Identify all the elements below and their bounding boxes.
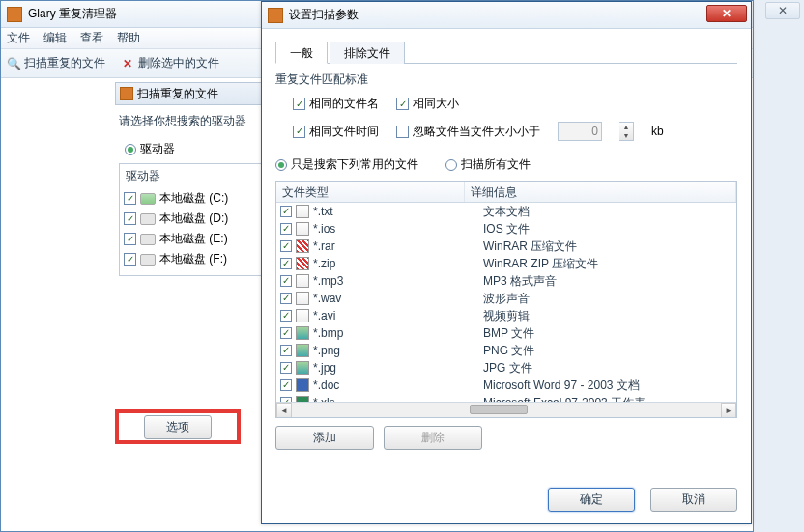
panel-title: 扫描重复的文件 — [137, 86, 218, 102]
horizontal-scrollbar[interactable]: ◄ ► — [276, 402, 736, 417]
chk-ignore-size[interactable]: 忽略文件当文件大小小于 — [396, 124, 540, 140]
cell-ext: *.doc — [313, 378, 479, 392]
background-close-button[interactable]: ✕ — [765, 2, 800, 19]
drive-item[interactable]: 本地磁盘 (F:) — [124, 249, 259, 269]
criteria-row-1: 相同的文件名 相同大小 — [275, 94, 737, 120]
checkbox-icon — [396, 126, 409, 138]
checkbox-icon — [280, 275, 292, 287]
cell-detail: PNG 文件 — [483, 343, 732, 359]
drive-item[interactable]: 本地磁盘 (D:) — [124, 209, 259, 229]
checkbox-icon — [280, 362, 292, 374]
search-icon: 🔍 — [7, 57, 20, 70]
criteria-row-2: 相同文件时间 忽略文件当文件大小小于 ▲▼ kb — [275, 120, 737, 149]
dialog-footer: 确定 取消 — [548, 488, 737, 512]
col-type[interactable]: 文件类型 — [276, 182, 465, 202]
cell-detail: MP3 格式声音 — [483, 273, 732, 290]
checkbox-icon — [280, 379, 292, 391]
menu-view[interactable]: 查看 — [80, 30, 103, 46]
tab-general[interactable]: 一般 — [275, 42, 328, 64]
table-row[interactable]: *.bmpBMP 文件 — [276, 324, 736, 342]
radio-common-files[interactable]: 只是搜索下列常用的文件 — [275, 156, 418, 173]
ignore-size-spinner[interactable]: ▲▼ — [619, 122, 634, 141]
table-row[interactable]: *.iosIOS 文件 — [276, 220, 736, 238]
drive-list: 本地磁盘 (C:)本地磁盘 (D:)本地磁盘 (E:)本地磁盘 (F:) — [120, 188, 263, 275]
drive-item[interactable]: 本地磁盘 (E:) — [124, 229, 259, 249]
menu-help[interactable]: 帮助 — [117, 30, 140, 46]
delete-button[interactable]: 删除 — [384, 426, 482, 450]
add-button[interactable]: 添加 — [275, 426, 374, 450]
cell-detail: IOS 文件 — [483, 221, 732, 238]
table-header: 文件类型 详细信息 — [276, 182, 736, 203]
cell-ext: *.bmp — [313, 326, 479, 340]
file-icon — [296, 361, 309, 375]
tab-exclude[interactable]: 排除文件 — [330, 42, 405, 64]
radio-all-files[interactable]: 扫描所有文件 — [445, 156, 531, 173]
cell-ext: *.zip — [313, 257, 479, 270]
scroll-left-icon[interactable]: ◄ — [276, 403, 292, 418]
kb-label: kb — [651, 125, 664, 138]
drive-icon — [140, 254, 156, 266]
menu-file[interactable]: 文件 — [7, 30, 30, 46]
table-row[interactable]: *.txt文本文档 — [276, 203, 736, 220]
drive-label: 本地磁盘 (F:) — [159, 251, 227, 267]
cell-ext: *.rar — [313, 239, 479, 253]
menu-edit[interactable]: 编辑 — [43, 30, 67, 46]
radio-icon — [125, 144, 136, 155]
dialog-title: 设置扫描参数 — [289, 7, 359, 23]
file-icon — [296, 239, 309, 253]
ok-button[interactable]: 确定 — [548, 488, 635, 512]
table-row[interactable]: *.docMicrosoft Word 97 - 2003 文档 — [276, 377, 736, 394]
cell-detail: 文本文档 — [483, 204, 732, 220]
chk-same-name[interactable]: 相同的文件名 — [293, 96, 379, 112]
table-row[interactable]: *.xlsMicrosoft Excel 97-2003 工作表 — [276, 394, 736, 402]
drive-item[interactable]: 本地磁盘 (C:) — [124, 188, 259, 209]
dialog-close-button[interactable]: ✕ — [706, 5, 747, 22]
cell-detail: WinRAR ZIP 压缩文件 — [483, 256, 732, 272]
cancel-button[interactable]: 取消 — [650, 488, 737, 512]
table-row[interactable]: *.mp3MP3 格式声音 — [276, 272, 736, 290]
checkbox-icon — [280, 206, 292, 217]
checkbox-icon — [280, 293, 292, 304]
checkbox-icon — [280, 223, 292, 235]
table-row[interactable]: *.jpgJPG 文件 — [276, 359, 736, 377]
cell-ext: *.jpg — [313, 361, 479, 375]
scroll-right-icon[interactable]: ► — [721, 403, 736, 418]
ignore-size-input[interactable] — [558, 122, 602, 141]
toolbar-delete[interactable]: ✕ 删除选中的文件 — [121, 55, 219, 71]
toolbar-scan[interactable]: 🔍 扫描重复的文件 — [7, 55, 105, 71]
scan-scope-row: 只是搜索下列常用的文件 扫描所有文件 — [275, 149, 737, 181]
radio-drive[interactable]: 驱动器 — [115, 137, 270, 161]
drive-label: 本地磁盘 (E:) — [159, 231, 228, 247]
toolbar-delete-label: 删除选中的文件 — [138, 55, 219, 71]
table-row[interactable]: *.avi视频剪辑 — [276, 307, 736, 324]
file-icon — [296, 205, 309, 218]
checkbox-icon — [280, 327, 292, 339]
drive-header: 驱动器 — [120, 164, 263, 188]
cell-detail: Microsoft Excel 97-2003 工作表 — [483, 395, 732, 403]
chk-same-size[interactable]: 相同大小 — [396, 96, 459, 112]
dialog-body: 一般 排除文件 重复文件匹配标准 相同的文件名 相同大小 相同文件时间 忽略文件… — [275, 41, 737, 475]
col-detail[interactable]: 详细信息 — [465, 182, 736, 202]
options-button[interactable]: 选项 — [144, 415, 212, 439]
cell-detail: WinRAR 压缩文件 — [483, 238, 732, 255]
drive-icon — [140, 213, 156, 225]
table-row[interactable]: *.rarWinRAR 压缩文件 — [276, 238, 736, 255]
panel-header: 扫描重复的文件 — [115, 82, 270, 105]
scroll-thumb[interactable] — [470, 405, 528, 414]
file-icon — [296, 378, 309, 392]
cell-detail: Microsoft Word 97 - 2003 文档 — [483, 378, 732, 394]
drive-label: 本地磁盘 (C:) — [159, 190, 228, 207]
table-body[interactable]: *.txt文本文档*.iosIOS 文件*.rarWinRAR 压缩文件*.zi… — [276, 203, 736, 402]
options-highlight: 选项 — [115, 409, 241, 444]
checkbox-icon — [280, 240, 292, 252]
add-delete-row: 添加 删除 — [275, 426, 737, 450]
table-row[interactable]: *.zipWinRAR ZIP 压缩文件 — [276, 255, 736, 272]
table-row[interactable]: *.pngPNG 文件 — [276, 342, 736, 359]
radio-drive-label: 驱动器 — [140, 141, 175, 157]
table-row[interactable]: *.wav波形声音 — [276, 290, 736, 307]
cell-ext: *.png — [313, 344, 479, 357]
checkbox-icon — [396, 98, 409, 110]
file-icon — [296, 292, 309, 305]
chk-same-time[interactable]: 相同文件时间 — [293, 124, 379, 140]
cell-ext: *.ios — [313, 222, 479, 236]
